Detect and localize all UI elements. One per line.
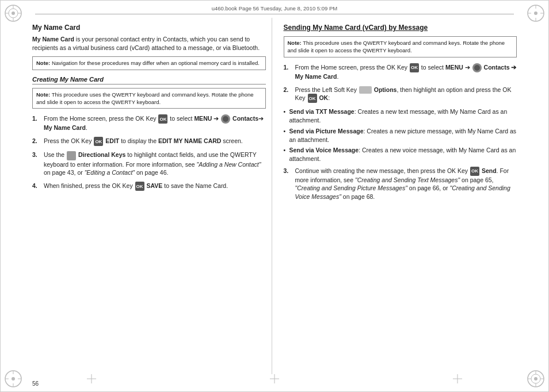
bullet1-bold: Send via TXT Message <box>289 108 354 115</box>
note1-text: Navigation for these procedures may diff… <box>50 60 260 66</box>
page-wrapper: u460.book Page 56 Tuesday, June 8, 2010 … <box>0 0 549 392</box>
svg-point-8 <box>534 11 537 15</box>
right-step2-num: 2. <box>284 86 292 103</box>
corner-decoration-bl <box>3 368 24 389</box>
svg-point-21 <box>534 377 537 381</box>
step3-content: Use the Directional Keys to highlight co… <box>44 151 266 177</box>
note1-label: Note: <box>36 60 50 66</box>
corner-decoration-br <box>525 368 546 389</box>
note-box-1: Note: Navigation for these procedures ma… <box>32 56 266 70</box>
top-bar-text: u460.book Page 56 Tuesday, June 8, 2010 … <box>212 5 338 11</box>
directional-icon-step3 <box>67 151 76 160</box>
step4-num: 4. <box>32 182 40 191</box>
right-column: Sending My Name Card (vCard) by Message … <box>284 18 517 374</box>
left-step-1: 1. From the Home screen, press the OK Ke… <box>32 114 266 132</box>
ok-key-step2: OK <box>94 137 103 146</box>
right-step3-list: 3. Continue with creating the new messag… <box>284 167 517 201</box>
left-step-2: 2. Press the OK Key OK EDIT to display t… <box>32 137 266 146</box>
right-step-3: 3. Continue with creating the new messag… <box>284 167 517 201</box>
intro-paragraph: My Name Card is your personal contact en… <box>32 35 266 52</box>
bottom-mark-center <box>270 374 279 385</box>
note-box-2: Note: This procedure uses the QWERTY key… <box>32 88 266 109</box>
bullet-item-3: Send via Voice Message: Creates a new vo… <box>284 146 517 163</box>
content-area: My Name Card My Name Card is your person… <box>32 18 517 374</box>
step2-num: 2. <box>32 137 40 146</box>
left-column: My Name Card My Name Card is your person… <box>32 18 272 374</box>
contacts-icon-step1 <box>221 114 230 124</box>
creating-subtitle: Creating My Name Card <box>32 76 266 84</box>
svg-point-14 <box>12 377 15 381</box>
step1-content: From the Home screen, press the OK Key O… <box>44 114 266 132</box>
svg-point-2 <box>12 11 15 15</box>
right-step3-content: Continue with creating the new message, … <box>295 167 517 201</box>
ok-key-right-step1: OK <box>410 63 419 72</box>
bullet-item-1: Send via TXT Message: Creates a new text… <box>284 107 517 124</box>
right-step1-content: From the Home screen, press the OK Key O… <box>295 63 517 81</box>
step1-num: 1. <box>32 114 40 132</box>
right-section-title: Sending My Name Card (vCard) by Message <box>284 24 517 32</box>
right-step3-num: 3. <box>284 167 292 201</box>
step4-content: When finished, press the OK Key OK SAVE … <box>44 182 266 191</box>
step3-num: 3. <box>32 151 40 177</box>
left-section-title: My Name Card <box>32 24 266 32</box>
corner-decoration-tr <box>525 3 546 24</box>
note2-text: This procedure uses the QWERTY keyboard … <box>36 91 254 105</box>
right-steps-list: 1. From the Home screen, press the OK Ke… <box>284 63 517 103</box>
left-steps-list: 1. From the Home screen, press the OK Ke… <box>32 114 266 191</box>
corner-decoration-tl <box>3 3 24 24</box>
ok-key-step1: OK <box>158 114 167 124</box>
bullet-item-2: Send via Picture Message: Creates a new … <box>284 127 517 144</box>
bullet-list: Send via TXT Message: Creates a new text… <box>284 107 517 163</box>
intro-bold: My Name Card <box>32 36 74 43</box>
ok-key-right-step3: OK <box>470 167 479 176</box>
contacts-icon-right <box>472 63 482 72</box>
bullet2-bold: Send via Picture Message <box>289 128 364 134</box>
right-step-1: 1. From the Home screen, press the OK Ke… <box>284 63 517 81</box>
bottom-mark-right <box>453 374 462 385</box>
bottom-mark-left <box>87 374 96 385</box>
right-step-2: 2. Press the Left Soft Key Options, then… <box>284 86 517 103</box>
right-note-text: This procedure uses the QWERTY keyboard … <box>288 40 505 53</box>
right-step2-content: Press the Left Soft Key Options, then hi… <box>295 86 517 103</box>
right-note-label: Note: <box>288 40 302 46</box>
right-note-box: Note: This procedure uses the QWERTY key… <box>284 36 517 57</box>
top-bar: u460.book Page 56 Tuesday, June 8, 2010 … <box>35 5 514 14</box>
page-number: 56 <box>32 381 39 387</box>
ok-key-right-step2: OK <box>308 94 317 103</box>
left-step-4: 4. When finished, press the OK Key OK SA… <box>32 182 266 191</box>
left-step-3: 3. Use the Directional Keys to highlight… <box>32 151 266 177</box>
bullet3-bold: Send via Voice Message <box>289 147 359 153</box>
ok-key-step4: OK <box>135 182 144 191</box>
note2-label: Note: <box>36 91 50 98</box>
step2-content: Press the OK Key OK EDIT to display the … <box>44 137 266 146</box>
right-step1-num: 1. <box>284 63 292 81</box>
soft-key-icon <box>359 86 372 94</box>
